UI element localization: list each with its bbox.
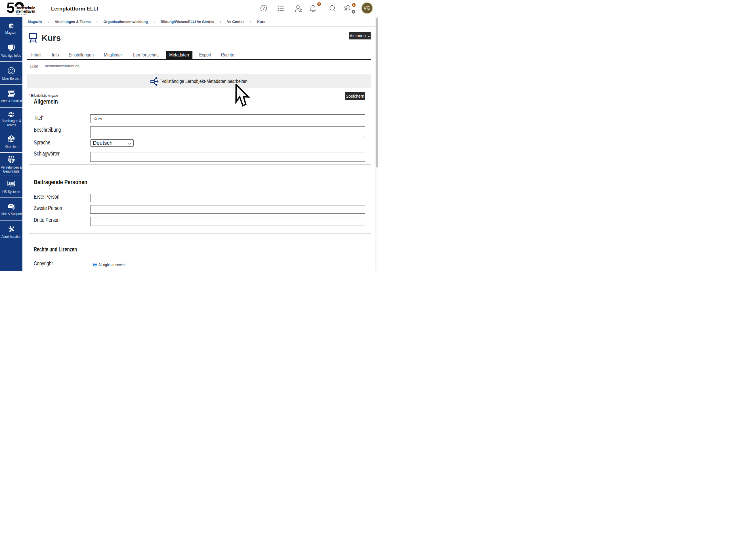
svg-text:?: ? — [13, 207, 14, 209]
svg-text:1975 – 2025: 1975 – 2025 — [16, 13, 27, 15]
svg-text:?: ? — [263, 6, 265, 10]
svg-text:5: 5 — [7, 1, 14, 15]
